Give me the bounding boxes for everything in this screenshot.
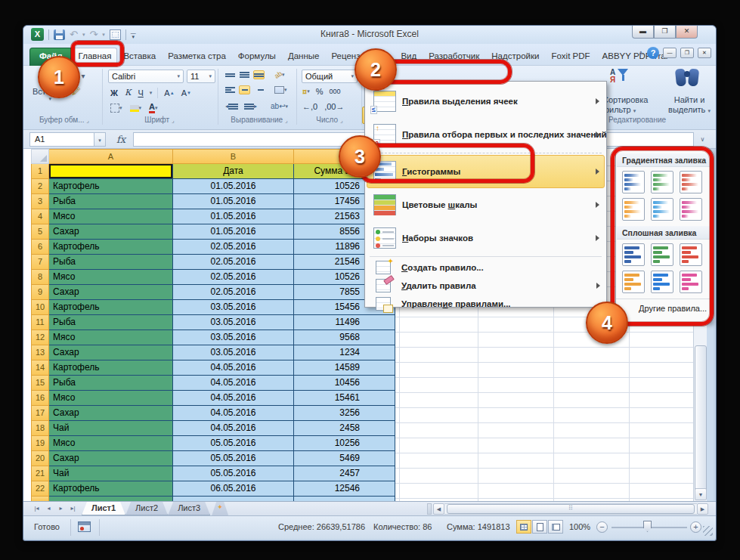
cell-product[interactable] bbox=[49, 164, 173, 179]
prev-sheet-icon[interactable]: ◂ bbox=[43, 503, 54, 514]
cell-product[interactable]: Мясо bbox=[49, 270, 173, 285]
row-header[interactable]: 9 bbox=[31, 285, 49, 300]
sheet-tab-Лист2[interactable]: Лист2 bbox=[125, 502, 168, 515]
column-header-a[interactable]: A bbox=[49, 149, 173, 164]
normal-view-button[interactable] bbox=[516, 520, 531, 534]
cell-product[interactable]: Рыба bbox=[49, 315, 173, 330]
cell-product[interactable]: Чай bbox=[49, 466, 173, 481]
bold-button[interactable]: Ж bbox=[110, 88, 119, 98]
menu-action-3[interactable]: Управление правилами... bbox=[367, 295, 605, 313]
font-color-button[interactable]: А▾ bbox=[148, 102, 158, 114]
zoom-level[interactable]: 100% bbox=[569, 522, 590, 531]
cell-product[interactable]: Мясо bbox=[49, 436, 173, 451]
grow-font-button[interactable]: А▲ bbox=[163, 88, 175, 98]
cell-date[interactable]: 03.05.2016 bbox=[173, 345, 294, 360]
sort-filter-label[interactable]: Сортировкафильтр ▾ bbox=[602, 95, 648, 116]
row-header[interactable]: 6 bbox=[31, 240, 49, 255]
page-break-view-button[interactable] bbox=[548, 520, 563, 534]
zoom-out-button[interactable]: − bbox=[596, 521, 608, 533]
cell-date[interactable]: 03.05.2016 bbox=[173, 330, 294, 345]
cell-date[interactable]: 02.05.2016 bbox=[173, 240, 294, 255]
row-header[interactable]: 14 bbox=[31, 360, 49, 376]
minimize-button[interactable]: ▬ bbox=[632, 26, 654, 39]
sheet-tab-Лист1[interactable]: Лист1 bbox=[82, 502, 125, 515]
cell-product[interactable]: Мясо bbox=[49, 330, 173, 345]
column-header-b[interactable]: B bbox=[173, 149, 294, 164]
increase-indent-icon[interactable]: ▸ bbox=[243, 101, 258, 111]
cell-product[interactable]: Картофель bbox=[49, 300, 173, 315]
cell-sum[interactable]: 15461 bbox=[294, 391, 395, 406]
tab-Foxit PDF[interactable]: Foxit PDF bbox=[545, 48, 596, 66]
row-header[interactable]: 21 bbox=[31, 466, 49, 481]
decrease-indent-icon[interactable]: ◂ bbox=[224, 101, 239, 111]
menu-item-1[interactable]: ≤Правила выделения ячеек bbox=[367, 85, 605, 118]
row-header[interactable]: 20 bbox=[31, 451, 49, 466]
cell-sum[interactable]: 5469 bbox=[294, 451, 395, 466]
fill-color-button[interactable]: ▾ bbox=[129, 104, 143, 113]
cell-date[interactable]: 04.05.2016 bbox=[173, 421, 294, 436]
cell-product[interactable]: Картофель bbox=[49, 179, 173, 194]
row-header[interactable]: 15 bbox=[31, 376, 49, 391]
cell-sum[interactable]: 1234 bbox=[294, 345, 395, 360]
cell-sum[interactable]: 2457 bbox=[294, 466, 395, 481]
cell-date[interactable]: 04.05.2016 bbox=[173, 360, 294, 376]
cell-date[interactable]: 05.05.2016 bbox=[173, 451, 294, 466]
maximize-button[interactable]: ❐ bbox=[654, 26, 676, 39]
cell-sum[interactable]: 12546 bbox=[294, 481, 395, 497]
row-header[interactable]: 5 bbox=[31, 224, 49, 240]
cell-date[interactable]: 02.05.2016 bbox=[173, 285, 294, 300]
underline-button[interactable]: Ч bbox=[137, 88, 144, 98]
font-name-combo[interactable]: Calibri▾ bbox=[108, 70, 184, 83]
dialog-launcher-icon[interactable]: ⌟ bbox=[86, 117, 89, 124]
merge-center-icon[interactable]: ▾ bbox=[274, 85, 288, 94]
sort-filter-button[interactable]: АЯ bbox=[610, 69, 628, 84]
cell-product[interactable]: Рыба bbox=[49, 194, 173, 209]
tab-Разметка стра[interactable]: Разметка стра bbox=[162, 48, 232, 66]
cell-sum[interactable]: 9568 bbox=[294, 330, 395, 345]
row-header[interactable]: 3 bbox=[31, 194, 49, 209]
close-button[interactable]: ✕ bbox=[676, 26, 698, 39]
menu-action-2[interactable]: Удалить правила bbox=[367, 277, 605, 295]
orientation-icon[interactable]: ab▾ bbox=[274, 70, 286, 79]
comma-style-icon[interactable]: 000 bbox=[328, 87, 341, 96]
accounting-format-icon[interactable]: ¤▾ bbox=[302, 86, 311, 97]
cell-product[interactable]: Картофель bbox=[49, 360, 173, 376]
cell-date[interactable]: 05.05.2016 bbox=[173, 436, 294, 451]
scroll-left-icon[interactable]: ◀ bbox=[433, 503, 444, 515]
cell-sum[interactable]: 11496 bbox=[294, 315, 395, 330]
cell-sum[interactable]: 14589 bbox=[294, 360, 395, 376]
cell-date[interactable]: 04.05.2016 bbox=[173, 376, 294, 391]
cell-product[interactable]: Картофель bbox=[49, 240, 173, 255]
select-all-corner[interactable] bbox=[31, 149, 49, 164]
expand-formula-bar-icon[interactable]: ∨ bbox=[697, 132, 708, 147]
page-layout-view-button[interactable] bbox=[532, 520, 547, 534]
scroll-right-icon[interactable]: ▶ bbox=[697, 503, 708, 515]
cell-product[interactable]: Мясо bbox=[49, 391, 173, 406]
cell-sum[interactable]: 10256 bbox=[294, 436, 395, 451]
cell-date[interactable]: 06.05.2016 bbox=[173, 481, 294, 497]
row-header[interactable]: 16 bbox=[31, 391, 49, 406]
collapse-ribbon-icon[interactable]: ∧ bbox=[638, 49, 643, 57]
cell-date[interactable]: 04.05.2016 bbox=[173, 406, 294, 421]
cell-sum[interactable]: 10456 bbox=[294, 376, 395, 391]
cell-product[interactable]: Сахар bbox=[49, 224, 173, 240]
cell-date[interactable]: 01.05.2016 bbox=[173, 194, 294, 209]
row-header[interactable]: 8 bbox=[31, 270, 49, 285]
zoom-in-button[interactable]: + bbox=[690, 521, 701, 533]
help-icon[interactable]: ? bbox=[647, 47, 659, 59]
underline-dropdown-icon[interactable]: ▾ bbox=[150, 90, 153, 96]
macro-record-icon[interactable] bbox=[78, 521, 91, 532]
first-sheet-icon[interactable]: |◂ bbox=[31, 503, 42, 514]
wrap-text-icon[interactable]: ab↩▾ bbox=[270, 101, 289, 111]
row-header[interactable]: 1 bbox=[31, 164, 49, 179]
workbook-minimize-button[interactable]: — bbox=[663, 48, 677, 58]
find-select-label[interactable]: Найти ивыделить ▾ bbox=[663, 95, 716, 116]
tab-splitter-handle[interactable] bbox=[427, 503, 432, 515]
workbook-restore-button[interactable]: ❐ bbox=[680, 48, 694, 58]
row-header[interactable]: 13 bbox=[31, 345, 49, 360]
workbook-close-button[interactable]: ✕ bbox=[698, 48, 711, 58]
decrease-decimal-icon[interactable]: ,00→ bbox=[324, 101, 345, 112]
next-sheet-icon[interactable]: ▸ bbox=[55, 503, 67, 514]
cell-date[interactable]: 05.05.2016 bbox=[173, 466, 294, 481]
name-box[interactable]: A1 bbox=[29, 132, 94, 147]
